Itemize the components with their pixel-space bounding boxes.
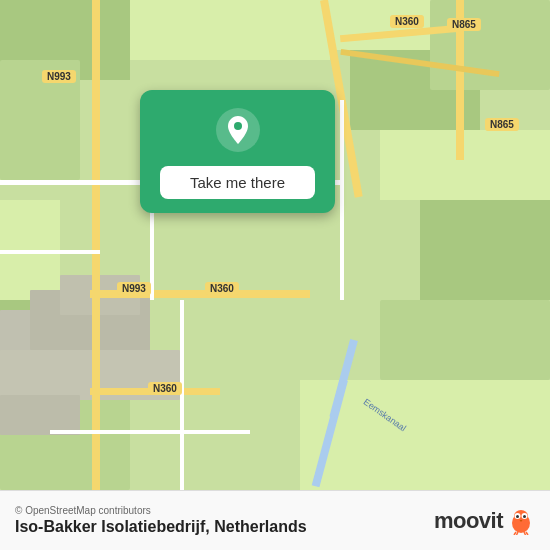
svg-point-7 bbox=[523, 515, 526, 518]
location-country-text: Netherlands bbox=[214, 518, 306, 535]
minor-road-3 bbox=[50, 430, 250, 434]
n865-label-right: N865 bbox=[485, 118, 519, 131]
terrain-field bbox=[430, 0, 550, 90]
n993-label-top: N993 bbox=[42, 70, 76, 83]
terrain-field bbox=[380, 300, 550, 380]
minor-road-2 bbox=[0, 250, 100, 254]
n360-label-mid: N360 bbox=[205, 282, 239, 295]
terrain-field bbox=[130, 0, 330, 60]
osm-attribution: © OpenStreetMap contributors bbox=[15, 505, 307, 516]
take-me-there-button[interactable]: Take me there bbox=[160, 166, 315, 199]
n993-road-vertical bbox=[92, 0, 100, 490]
moovit-text: moovit bbox=[434, 508, 503, 534]
location-popup: Take me there bbox=[140, 90, 335, 213]
terrain-field bbox=[380, 130, 550, 200]
info-left: © OpenStreetMap contributors Iso-Bakker … bbox=[15, 505, 307, 536]
svg-point-6 bbox=[516, 515, 519, 518]
n360-label-top: N360 bbox=[390, 15, 424, 28]
info-bar: © OpenStreetMap contributors Iso-Bakker … bbox=[0, 490, 550, 550]
moovit-logo: moovit bbox=[434, 507, 535, 535]
minor-road-5 bbox=[340, 100, 344, 300]
minor-road-4 bbox=[180, 300, 184, 490]
location-pin-icon bbox=[216, 108, 260, 152]
terrain-field bbox=[420, 200, 550, 300]
svg-point-1 bbox=[234, 122, 242, 130]
moovit-icon bbox=[507, 507, 535, 535]
location-name-text: Iso-Bakker Isolatiebedrijf, bbox=[15, 518, 210, 535]
n360-label-bottom: N360 bbox=[148, 382, 182, 395]
n993-label-mid: N993 bbox=[117, 282, 151, 295]
map-container[interactable]: Eemskanaal N993 N993 N360 N360 N360 N865… bbox=[0, 0, 550, 490]
urban-area bbox=[0, 395, 80, 435]
n865-label-top: N865 bbox=[447, 18, 481, 31]
location-name: Iso-Bakker Isolatiebedrijf, Netherlands bbox=[15, 518, 307, 536]
